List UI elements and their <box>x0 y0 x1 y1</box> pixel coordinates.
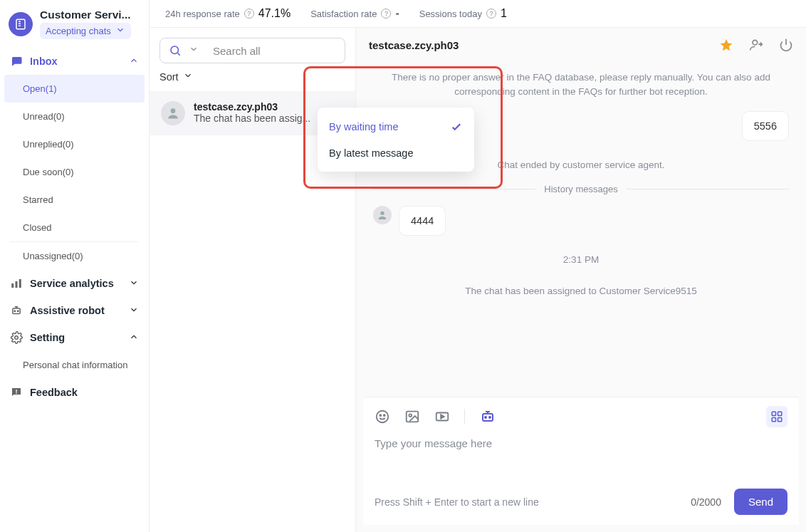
chevron-down-icon <box>183 71 193 83</box>
search-input[interactable] <box>213 45 348 57</box>
nav-analytics[interactable]: Service analytics <box>0 270 149 297</box>
metric-label: Satisfaction rate <box>310 9 377 19</box>
status-label: Accepting chats <box>46 26 111 36</box>
message-input[interactable] <box>375 437 787 464</box>
nav-item-due-soon[interactable]: Due soon(0) <box>0 158 149 186</box>
svg-point-12 <box>753 40 758 45</box>
chevron-up-icon <box>129 56 139 68</box>
transfer-icon[interactable] <box>749 38 763 52</box>
metric-value: - <box>395 7 399 20</box>
search-icon <box>169 44 182 57</box>
chevron-up-icon <box>129 332 139 344</box>
svg-rect-1 <box>11 283 14 288</box>
nav-setting[interactable]: Setting <box>0 324 149 351</box>
power-icon[interactable] <box>779 38 793 52</box>
chat-ended-text: Chat ended by customer service agent. <box>498 158 665 172</box>
svg-point-22 <box>489 417 491 418</box>
help-icon[interactable]: ? <box>381 9 391 19</box>
svg-rect-23 <box>772 412 775 415</box>
star-icon[interactable] <box>719 38 733 52</box>
chat-list-column: Sort testcase.zcy.ph03 The chat has been… <box>150 28 356 532</box>
svg-rect-24 <box>778 412 782 415</box>
svg-point-13 <box>380 211 384 214</box>
image-icon[interactable] <box>404 409 420 424</box>
chat-column: testcase.zcy.ph03 There is <box>356 28 806 532</box>
svg-rect-26 <box>778 418 782 422</box>
chevron-down-icon <box>129 305 139 317</box>
composer-toolbar <box>363 397 799 432</box>
metric-response-rate: 24h response rate ? 47.1% <box>165 7 291 20</box>
sort-option-waiting[interactable]: By waiting time <box>318 113 474 140</box>
svg-rect-9 <box>16 392 17 394</box>
nav-inbox[interactable]: Inbox <box>0 48 149 75</box>
nav-item-open[interactable]: Open(1) <box>4 75 145 103</box>
chevron-down-icon[interactable] <box>189 44 199 57</box>
send-button[interactable]: Send <box>734 489 787 515</box>
composer: Press Shift + Enter to start a new line … <box>363 397 799 525</box>
message-bubble: 4444 <box>399 206 446 236</box>
status-dropdown[interactable]: Accepting chats <box>40 23 131 39</box>
sort-option-label: By latest message <box>329 147 413 159</box>
svg-point-7 <box>15 336 19 340</box>
timestamp: 2:31 PM <box>563 253 599 267</box>
char-counter: 0/2000 <box>691 496 721 508</box>
robot-icon[interactable] <box>479 408 496 425</box>
nav-analytics-label: Service analytics <box>30 278 114 289</box>
svg-rect-8 <box>16 390 17 392</box>
assigned-text: The chat has been assigned to Customer S… <box>465 284 697 298</box>
svg-point-14 <box>377 411 389 423</box>
metric-sessions: Sessions today ? 1 <box>419 7 507 20</box>
composer-hint: Press Shift + Enter to start a new line <box>375 496 539 508</box>
emoji-icon[interactable] <box>375 409 390 424</box>
metric-value: 47.1% <box>258 7 291 20</box>
topbar: 24h response rate ? 47.1% Satisfaction r… <box>150 0 806 28</box>
sort-popover: By waiting time By latest message <box>318 108 474 172</box>
chat-bubble-icon <box>10 55 23 68</box>
chevron-down-icon <box>115 25 125 37</box>
sort-option-latest[interactable]: By latest message <box>318 140 474 166</box>
nav-item-personal[interactable]: Personal chat information <box>0 351 149 379</box>
svg-point-11 <box>171 108 176 113</box>
history-label: History messages <box>544 184 617 194</box>
help-icon[interactable]: ? <box>486 9 496 19</box>
svg-point-10 <box>171 46 179 54</box>
metric-label: Sessions today <box>419 9 482 19</box>
metric-label: 24h response rate <box>165 9 240 19</box>
metric-value: 1 <box>501 7 507 20</box>
nav-item-unassigned[interactable]: Unassigned(0) <box>0 242 149 270</box>
brand-title: Customer Servi... <box>40 9 131 21</box>
svg-rect-25 <box>772 418 775 422</box>
svg-point-6 <box>18 311 19 312</box>
nav-item-starred[interactable]: Starred <box>0 186 149 214</box>
nav-robot[interactable]: Assistive robot <box>0 297 149 324</box>
help-icon[interactable]: ? <box>244 9 254 19</box>
nav-feedback-label: Feedback <box>30 387 78 398</box>
separator <box>464 409 465 424</box>
svg-point-15 <box>380 414 381 416</box>
chevron-down-icon <box>129 278 139 290</box>
svg-point-18 <box>409 414 412 417</box>
gear-icon <box>10 331 23 344</box>
search-box[interactable] <box>159 38 345 63</box>
svg-point-16 <box>384 414 385 416</box>
sort-dropdown[interactable]: Sort <box>150 71 355 91</box>
history-divider: History messages <box>373 184 789 194</box>
metric-satisfaction: Satisfaction rate ? - <box>310 7 399 20</box>
nav-item-unread[interactable]: Unread(0) <box>0 103 149 130</box>
nav-item-unreplied[interactable]: Unreplied(0) <box>0 130 149 158</box>
nav-item-closed[interactable]: Closed <box>0 214 149 241</box>
faq-notice: There is no proper answer in the FAQ dat… <box>382 71 780 100</box>
video-icon[interactable] <box>434 409 450 424</box>
main-area: 24h response rate ? 47.1% Satisfaction r… <box>150 0 806 532</box>
svg-rect-3 <box>19 279 21 288</box>
avatar <box>373 206 392 224</box>
apps-grid-icon[interactable] <box>766 406 787 427</box>
chat-title: testcase.zcy.ph03 <box>369 39 459 51</box>
brand-block: Customer Servi... Accepting chats <box>0 0 149 42</box>
feedback-icon <box>10 386 23 399</box>
avatar <box>161 101 185 125</box>
sidebar: Customer Servi... Accepting chats Inbox <box>0 0 150 532</box>
nav-feedback[interactable]: Feedback <box>0 379 149 406</box>
sort-option-label: By waiting time <box>329 121 399 132</box>
robot-icon <box>10 304 23 317</box>
